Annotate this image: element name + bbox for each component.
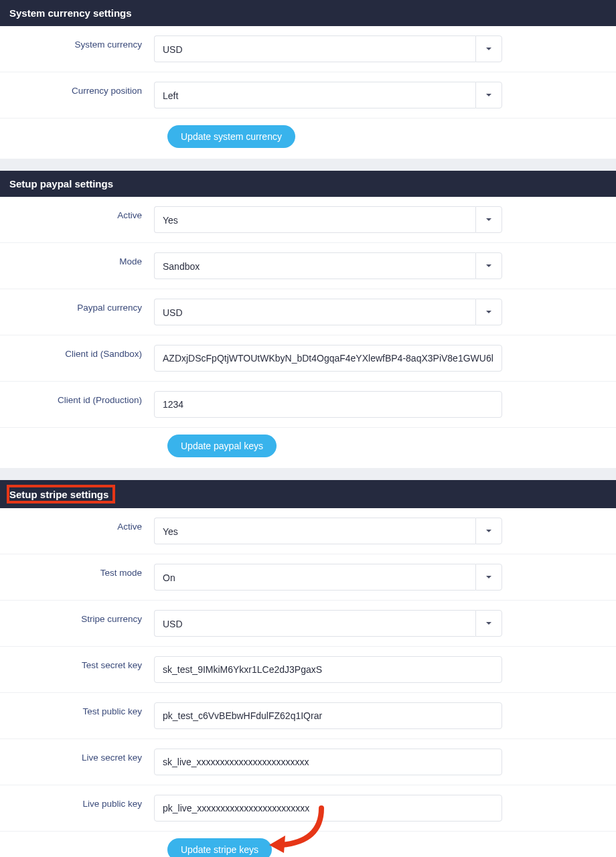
select-stripe-currency-value: USD — [154, 610, 475, 637]
row-stripe-active: Active Yes — [0, 508, 616, 554]
chevron-down-icon — [475, 610, 502, 637]
select-system-currency-value: USD — [154, 35, 475, 62]
label-stripe-testmode: Test mode — [0, 564, 154, 578]
label-stripe-live-secret: Live secret key — [0, 749, 154, 763]
select-currency-position[interactable]: Left — [154, 82, 502, 108]
paypal-header: Setup paypal settings — [0, 171, 616, 197]
select-paypal-mode[interactable]: Sandbox — [154, 252, 502, 279]
select-stripe-testmode[interactable]: On — [154, 564, 502, 591]
row-stripe-live-public: Live public key — [0, 785, 616, 832]
row-update-currency: Update system currency — [0, 119, 616, 159]
select-paypal-currency[interactable]: USD — [154, 299, 502, 325]
label-currency-position: Currency position — [0, 82, 154, 96]
label-paypal-mode: Mode — [0, 252, 154, 266]
select-system-currency[interactable]: USD — [154, 35, 502, 62]
select-stripe-testmode-value: On — [154, 564, 475, 591]
stripe-panel: Setup stripe settings Active Yes Test mo… — [0, 480, 616, 857]
label-paypal-client-sandbox: Client id (Sandbox) — [0, 345, 154, 359]
row-stripe-test-public: Test public key — [0, 693, 616, 739]
label-system-currency: System currency — [0, 35, 154, 50]
label-paypal-currency: Paypal currency — [0, 299, 154, 313]
system-currency-header: System currency settings — [0, 0, 616, 26]
select-stripe-active[interactable]: Yes — [154, 518, 502, 544]
select-paypal-mode-value: Sandbox — [154, 252, 475, 279]
select-stripe-active-value: Yes — [154, 518, 475, 544]
row-stripe-live-secret: Live secret key — [0, 739, 616, 785]
row-paypal-mode: Mode Sandbox — [0, 243, 616, 289]
row-stripe-test-secret: Test secret key — [0, 647, 616, 693]
chevron-down-icon — [475, 518, 502, 544]
update-paypal-keys-button[interactable]: Update paypal keys — [167, 435, 277, 457]
select-stripe-currency[interactable]: USD — [154, 610, 502, 637]
stripe-header-text: Setup stripe settings — [9, 489, 108, 500]
row-update-stripe: Update stripe keys — [0, 832, 616, 857]
label-paypal-client-prod: Client id (Production) — [0, 391, 154, 405]
label-stripe-active: Active — [0, 518, 154, 532]
row-stripe-testmode: Test mode On — [0, 554, 616, 601]
select-paypal-currency-value: USD — [154, 299, 475, 325]
row-stripe-currency: Stripe currency USD — [0, 601, 616, 647]
select-paypal-active[interactable]: Yes — [154, 206, 502, 233]
chevron-down-icon — [475, 35, 502, 62]
select-currency-position-value: Left — [154, 82, 475, 108]
row-currency-position: Currency position Left — [0, 72, 616, 119]
row-paypal-client-sandbox: Client id (Sandbox) — [0, 335, 616, 382]
label-stripe-currency: Stripe currency — [0, 610, 154, 624]
row-paypal-currency: Paypal currency USD — [0, 289, 616, 335]
stripe-header: Setup stripe settings — [0, 480, 616, 508]
label-stripe-test-public: Test public key — [0, 702, 154, 716]
label-stripe-live-public: Live public key — [0, 795, 154, 809]
row-update-paypal: Update paypal keys — [0, 428, 616, 468]
chevron-down-icon — [475, 299, 502, 325]
input-stripe-test-public[interactable] — [154, 702, 502, 729]
row-paypal-client-prod: Client id (Production) — [0, 382, 616, 428]
input-paypal-client-sandbox[interactable] — [154, 345, 502, 372]
chevron-down-icon — [475, 206, 502, 233]
input-stripe-test-secret[interactable] — [154, 656, 502, 683]
highlight-annotation: Setup stripe settings — [7, 485, 115, 503]
chevron-down-icon — [475, 252, 502, 279]
update-system-currency-button[interactable]: Update system currency — [167, 125, 295, 148]
label-stripe-test-secret: Test secret key — [0, 656, 154, 670]
input-stripe-live-secret[interactable] — [154, 749, 502, 775]
paypal-panel: Setup paypal settings Active Yes Mode Sa… — [0, 171, 616, 468]
chevron-down-icon — [475, 82, 502, 108]
input-stripe-live-public[interactable] — [154, 795, 502, 822]
row-paypal-active: Active Yes — [0, 197, 616, 243]
system-currency-panel: System currency settings System currency… — [0, 0, 616, 159]
row-system-currency: System currency USD — [0, 26, 616, 72]
select-paypal-active-value: Yes — [154, 206, 475, 233]
chevron-down-icon — [475, 564, 502, 591]
input-paypal-client-prod[interactable] — [154, 391, 502, 418]
update-stripe-keys-button[interactable]: Update stripe keys — [167, 838, 272, 857]
label-paypal-active: Active — [0, 206, 154, 220]
